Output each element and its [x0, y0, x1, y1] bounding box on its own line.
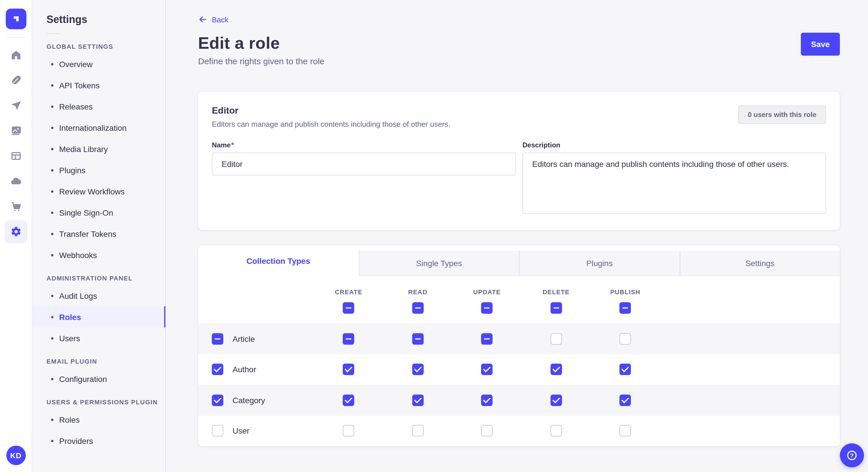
sidebar-item-label: Plugins [59, 165, 86, 175]
article-update-checkbox[interactable] [482, 333, 493, 345]
user-read-checkbox[interactable] [412, 425, 424, 437]
category-create-checkbox[interactable] [343, 395, 354, 406]
sidebar-item-media-library[interactable]: Media Library [32, 138, 165, 160]
role-name-heading: Editor [212, 105, 451, 116]
layout-icon[interactable] [0, 143, 32, 169]
settings-gear-slot[interactable] [0, 219, 32, 244]
select-all-create-checkbox[interactable] [343, 302, 354, 314]
sidebar-item-transfer-tokens[interactable]: Transfer Tokens [32, 223, 165, 244]
bullet-icon [51, 233, 53, 235]
paper-plane-icon[interactable] [0, 93, 32, 118]
arrow-left-icon [198, 15, 207, 24]
sidebar-item-webhooks[interactable]: Webhooks [32, 244, 165, 266]
description-textarea[interactable]: Editors can manage and publish contents … [522, 153, 826, 214]
row-label: Article [232, 334, 255, 343]
category-publish-checkbox[interactable] [620, 395, 631, 406]
content-manager-feather-icon[interactable] [0, 68, 32, 93]
help-button[interactable]: ? [840, 443, 864, 467]
category-update-checkbox[interactable] [482, 395, 493, 406]
category-delete-checkbox[interactable] [551, 395, 562, 406]
users-with-role-badge[interactable]: 0 users with this role [738, 105, 826, 124]
row-checkbox[interactable] [212, 425, 223, 437]
sidebar-item-label: Internationalization [59, 123, 127, 132]
user-publish-checkbox[interactable] [620, 425, 631, 437]
column-header-update: UPDATE [473, 289, 501, 295]
user-create-checkbox[interactable] [343, 425, 354, 437]
save-button[interactable]: Save [801, 33, 840, 56]
tab-plugins[interactable]: Plugins [519, 250, 679, 276]
tab-collection-types[interactable]: Collection Types [198, 245, 359, 276]
user-avatar[interactable]: KD [6, 446, 26, 465]
sidebar-item-audit-logs[interactable]: Audit Logs [32, 285, 165, 306]
name-field-group: Name* [212, 141, 516, 216]
description-field-group: Description Editors can manage and publi… [522, 141, 826, 216]
sidebar-item-roles[interactable]: Roles [32, 306, 165, 328]
back-link[interactable]: Back [198, 15, 228, 24]
sidebar-item-label: Single Sign-On [59, 208, 113, 217]
author-update-checkbox[interactable] [482, 364, 493, 375]
bullet-icon [51, 148, 53, 150]
article-read-checkbox[interactable] [412, 333, 424, 345]
section-label-administration-panel: ADMINISTRATION PANEL [32, 266, 165, 285]
bullet-icon [51, 316, 53, 318]
category-read-checkbox[interactable] [412, 395, 424, 406]
author-read-checkbox[interactable] [412, 364, 424, 375]
sidebar-item-internationalization[interactable]: Internationalization [32, 117, 165, 138]
sidebar-item-api-tokens[interactable]: API Tokens [32, 74, 165, 96]
bullet-icon [51, 127, 53, 129]
row-checkbox[interactable] [212, 333, 223, 345]
row-checkbox[interactable] [212, 395, 223, 406]
sidebar-item-label: Configuration [59, 374, 107, 383]
user-delete-checkbox[interactable] [551, 425, 562, 437]
sidebar-item-releases[interactable]: Releases [32, 96, 165, 117]
cloud-icon[interactable] [0, 169, 32, 194]
row-label: Category [232, 396, 265, 405]
column-header-read: READ [408, 289, 427, 295]
sidebar-item-providers[interactable]: Providers [32, 430, 165, 451]
bullet-icon [51, 190, 53, 193]
strapi-logo[interactable] [5, 9, 26, 29]
author-create-checkbox[interactable] [343, 364, 354, 375]
home-icon[interactable] [0, 42, 32, 68]
bullet-icon [51, 105, 53, 107]
select-all-read-checkbox[interactable] [412, 302, 424, 314]
article-publish-checkbox[interactable] [620, 333, 631, 345]
marketplace-cart-icon[interactable] [0, 194, 32, 219]
media-library-icon[interactable] [0, 118, 32, 143]
role-summary: Editors can manage and publish contents … [212, 120, 451, 129]
sidebar-item-up-roles[interactable]: Roles [32, 409, 165, 430]
select-all-publish-checkbox[interactable] [620, 302, 631, 314]
description-label: Description [522, 141, 826, 149]
sidebar-item-label: Roles [59, 312, 81, 322]
author-delete-checkbox[interactable] [551, 364, 562, 375]
bullet-icon [51, 440, 53, 442]
bullet-icon [51, 84, 53, 86]
column-header-create: CREATE [335, 289, 362, 295]
page-title: Edit a role [198, 34, 840, 53]
sidebar-item-label: Overview [59, 59, 93, 69]
name-input[interactable] [212, 153, 516, 175]
section-label-global-settings: GLOBAL SETTINGS [32, 34, 165, 53]
select-all-delete-checkbox[interactable] [551, 302, 562, 314]
user-update-checkbox[interactable] [482, 425, 493, 437]
permissions-card: Collection Types Single Types Plugins Se… [198, 245, 840, 446]
row-checkbox[interactable] [212, 364, 223, 375]
sidebar-item-review-workflows[interactable]: Review Workflows [32, 181, 165, 202]
tab-settings[interactable]: Settings [679, 250, 840, 276]
bullet-icon [51, 337, 53, 339]
bullet-icon [51, 378, 53, 380]
sidebar-item-plugins[interactable]: Plugins [32, 160, 165, 181]
column-header-publish: PUBLISH [610, 289, 640, 295]
app: KD Settings GLOBAL SETTINGS Overview API… [0, 0, 868, 472]
tab-single-types[interactable]: Single Types [359, 250, 519, 276]
select-all-update-checkbox[interactable] [482, 302, 493, 314]
sidebar-item-overview[interactable]: Overview [32, 53, 165, 74]
author-publish-checkbox[interactable] [620, 364, 631, 375]
sidebar-item-configuration[interactable]: Configuration [32, 368, 165, 390]
sidebar-item-single-sign-on[interactable]: Single Sign-On [32, 202, 165, 223]
table-row-user: User [198, 415, 840, 446]
sidebar-item-users[interactable]: Users [32, 328, 165, 349]
article-delete-checkbox[interactable] [551, 333, 562, 345]
required-asterisk: * [231, 141, 234, 149]
article-create-checkbox[interactable] [343, 333, 354, 345]
